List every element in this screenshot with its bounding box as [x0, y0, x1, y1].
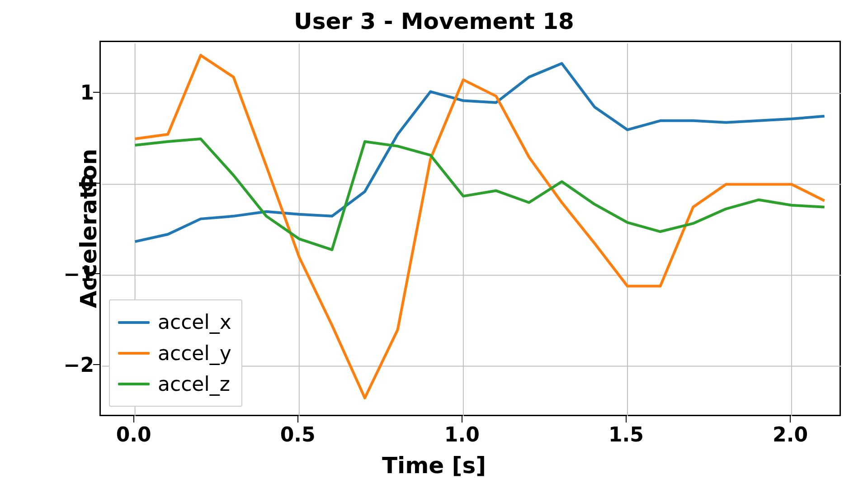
x-tick-label: 1.0 — [444, 423, 480, 446]
legend-label: accel_z — [158, 369, 230, 399]
legend-item: accel_y — [118, 338, 231, 369]
legend: accel_xaccel_yaccel_z — [109, 299, 242, 407]
x-tick-label: 0.5 — [280, 423, 316, 446]
legend-label: accel_y — [158, 338, 231, 369]
x-tick-label: 0.0 — [116, 423, 151, 446]
legend-item: accel_z — [118, 369, 231, 399]
chart-title: User 3 - Movement 18 — [0, 8, 868, 34]
y-tick-label: 1 — [40, 81, 94, 104]
plot-area: accel_xaccel_yaccel_z — [99, 41, 841, 416]
x-tick-label: 1.5 — [609, 423, 644, 446]
x-axis-label: Time [s] — [0, 452, 868, 479]
legend-item: accel_x — [118, 307, 231, 337]
y-tick-label: −1 — [40, 262, 94, 285]
y-tick-label: 0 — [40, 171, 94, 195]
legend-swatch-icon — [118, 352, 150, 355]
legend-swatch-icon — [118, 383, 150, 385]
legend-swatch-icon — [118, 321, 150, 324]
series-accel_z — [135, 139, 825, 250]
legend-label: accel_x — [158, 307, 231, 337]
x-tick-label: 2.0 — [773, 423, 808, 446]
chart: User 3 - Movement 18 Acceleration Time [… — [0, 0, 868, 503]
y-tick-label: −2 — [40, 353, 94, 376]
